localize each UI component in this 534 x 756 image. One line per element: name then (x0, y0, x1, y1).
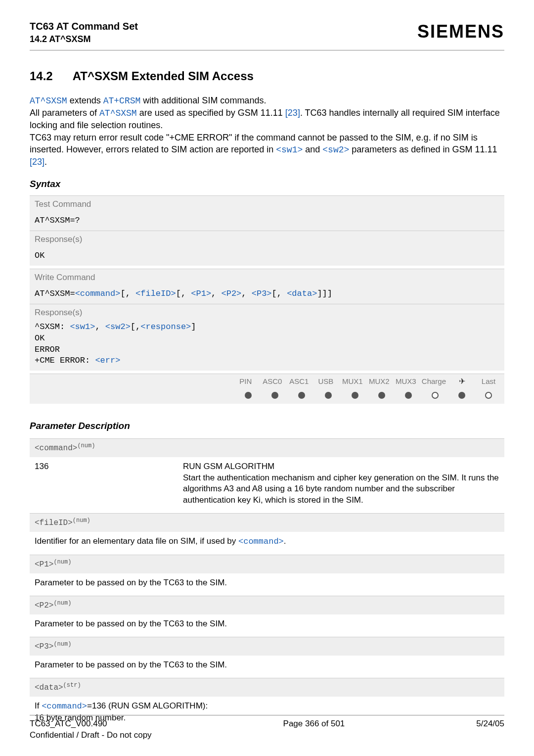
fileid-desc: Identifier for an elementary data file o… (35, 536, 238, 546)
dot-pin (245, 392, 252, 399)
dot-mux3 (405, 392, 412, 399)
section-title-text: AT^SXSM Extended SIM Access (73, 69, 254, 83)
write-param-p1[interactable]: <P1> (191, 289, 211, 298)
dot-mux2 (378, 392, 385, 399)
param-sw2-link[interactable]: <sw2> (322, 145, 349, 155)
resp-response[interactable]: <response> (140, 322, 191, 331)
col-mux3: MUX3 (395, 377, 417, 386)
bracket: ]]] (317, 289, 332, 298)
param-p3-sup: (num) (53, 641, 71, 648)
header-divider (30, 50, 504, 50)
dot-mux1 (352, 392, 358, 399)
footer-date: 5/24/05 (476, 718, 504, 741)
param-p1-label: <P1>(num) (30, 555, 504, 573)
param-p1-sup: (num) (53, 559, 71, 566)
interface-header-row: PIN ASC0 ASC1 USB MUX1 MUX2 MUX3 Charge … (30, 374, 504, 389)
param-data-label: <data>(str) (30, 678, 504, 697)
comma: , (211, 289, 221, 298)
col-usb: USB (315, 377, 337, 386)
col-pin: PIN (235, 377, 257, 386)
write-prefix: AT^SXSM= (35, 289, 75, 298)
resp-ok: OK (35, 333, 44, 343)
write-param-fileid[interactable]: <fileID> (135, 289, 176, 298)
resp-prefix: ^SXSM: (35, 322, 70, 331)
param-fileid-body: Identifier for an elementary data file o… (30, 532, 504, 555)
resp-sw2[interactable]: <sw2> (105, 322, 131, 331)
test-command-label: Test Command (30, 195, 504, 213)
brand-logo: SIEMENS (417, 20, 504, 44)
col-asc1: ASC1 (288, 377, 310, 386)
dot-asc1 (298, 392, 305, 399)
param-p2-sup: (num) (53, 600, 71, 607)
cme-err[interactable]: <err> (95, 356, 120, 365)
bracket: [, (176, 289, 191, 298)
param-p3-body: Parameter to be passed on by the TC63 to… (30, 656, 504, 678)
ref-23-link-2[interactable]: [23] (30, 157, 44, 167)
cmd-crsm-link[interactable]: AT+CRSM (103, 96, 141, 106)
param-command-sup: (num) (77, 442, 95, 449)
param-desc-heading: Parameter Description (30, 420, 504, 432)
bracket: ] (191, 322, 196, 331)
footer-version: TC63_ATC_V00.490 (30, 718, 152, 730)
param-command-key: 136 (35, 461, 183, 507)
airplane-icon: ✈ (451, 376, 473, 387)
resp-error: ERROR (35, 345, 60, 354)
doc-title: TC63 AT Command Set (30, 20, 138, 33)
param-sw1-link[interactable]: <sw1> (276, 145, 303, 155)
intro-text: parameters as defined in GSM 11.11 (349, 144, 497, 154)
param-p1-name: <P1> (35, 561, 53, 569)
col-charge: Charge (422, 377, 446, 386)
page-footer: TC63_ATC_V00.490 Confidential / Draft - … (30, 715, 504, 741)
section-number: 14.2 (30, 68, 53, 84)
write-response-block: ^SXSM: <sw1>, <sw2>[,<response>] OK ERRO… (30, 322, 504, 371)
bracket: [, (131, 322, 140, 331)
write-param-command[interactable]: <command> (75, 289, 121, 298)
fileid-cmd-link[interactable]: <command> (238, 537, 284, 546)
write-param-p3[interactable]: <P3> (252, 289, 272, 298)
param-command-name: <command> (35, 444, 77, 453)
response-ok: OK (30, 248, 504, 266)
intro-text: . (44, 157, 47, 167)
write-param-data[interactable]: <data> (287, 289, 317, 298)
param-p3-name: <P3> (35, 642, 53, 651)
ref-23-link[interactable]: [23] (285, 108, 300, 118)
intro-text: are used as specified by GSM 11.11 (137, 108, 285, 118)
cmd-sxsm-link[interactable]: AT^SXSM (30, 96, 67, 106)
doc-subtitle: 14.2 AT^SXSM (30, 33, 138, 45)
col-mux2: MUX2 (368, 377, 390, 386)
param-fileid-sup: (num) (73, 517, 90, 524)
param-p2-body: Parameter to be passed on by the TC63 to… (30, 614, 504, 637)
param-command-label: <command>(num) (30, 438, 504, 457)
response-label: Response(s) (30, 231, 504, 248)
dot-last (485, 392, 492, 399)
write-response-label: Response(s) (30, 304, 504, 322)
dot-charge (432, 392, 439, 399)
footer-page: Page 366 of 501 (152, 718, 477, 741)
intro-text: and (303, 144, 322, 154)
data-cmd-link[interactable]: <command> (42, 702, 87, 711)
intro-paragraph: AT^SXSM extends AT+CRSM with additional … (30, 94, 504, 168)
dot-usb (325, 392, 332, 399)
intro-text: with additional SIM commands. (140, 95, 266, 105)
intro-text: extends (67, 95, 103, 105)
comma: , (95, 322, 105, 331)
param-fileid-name: <fileID> (35, 519, 73, 528)
col-mux1: MUX1 (342, 377, 363, 386)
dot-asc0 (271, 392, 278, 399)
cmd-sxsm-link-2[interactable]: AT^SXSM (99, 108, 137, 118)
syntax-heading: Syntax (30, 178, 504, 190)
write-command-label: Write Command (30, 269, 504, 286)
param-p1-body: Parameter to be passed on by the TC63 to… (30, 573, 504, 596)
bracket: [, (272, 289, 287, 298)
data-desc-c: =136 (RUN GSM ALGORITHM): (87, 701, 208, 710)
write-command-value: AT^SXSM=<command>[, <fileID>[, <P1>, <P2… (30, 286, 504, 304)
comma: , (241, 289, 251, 298)
write-param-p2[interactable]: <P2> (222, 289, 242, 298)
col-asc0: ASC0 (262, 377, 283, 386)
param-data-sup: (str) (63, 682, 81, 689)
page-header: TC63 AT Command Set 14.2 AT^SXSM SIEMENS (30, 20, 504, 45)
resp-sw1[interactable]: <sw1> (70, 322, 95, 331)
bracket: [, (120, 289, 135, 298)
intro-text: All parameters of (30, 108, 99, 118)
param-p2-label: <P2>(num) (30, 596, 504, 614)
